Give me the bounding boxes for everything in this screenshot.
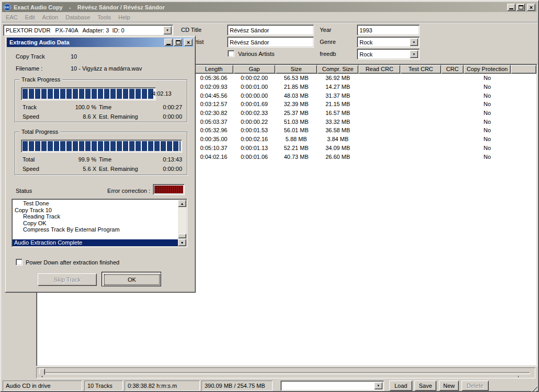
- skip-track-button[interactable]: Skip Track: [38, 273, 97, 286]
- track-cell: 0:00:02.00: [233, 75, 275, 81]
- track-cell: 0:03:12.57: [194, 101, 233, 107]
- track-cell: 34.09 MB: [317, 145, 358, 151]
- menu-item-help[interactable]: Help: [115, 13, 134, 21]
- load-button[interactable]: Load: [389, 381, 412, 391]
- track-est-value: 0:00:00: [151, 113, 182, 120]
- minimize-icon[interactable]: [507, 4, 515, 11]
- column-header-test-crc[interactable]: Test CRC: [400, 65, 441, 74]
- delete-button[interactable]: Delete: [462, 381, 489, 391]
- genre-select[interactable]: Rock ▼: [357, 37, 420, 48]
- save-button[interactable]: Save: [414, 381, 436, 391]
- menu-item-eac[interactable]: EAC: [2, 13, 21, 21]
- dialog-title: Extracting Audio Data: [9, 39, 164, 45]
- scrollbar-thumb[interactable]: [178, 234, 186, 238]
- track-cell: 21.15 MB: [317, 101, 358, 107]
- seek-slider-track[interactable]: [41, 372, 530, 374]
- track-cell: 0:05:36.06: [194, 75, 233, 81]
- dialog-close-icon[interactable]: ×: [184, 39, 193, 46]
- freedb-select[interactable]: Rock ▼: [357, 49, 420, 60]
- column-header-read-crc[interactable]: Read CRC: [358, 65, 400, 74]
- dialog-titlebar[interactable]: Extracting Audio Data ×: [7, 38, 194, 47]
- track-cell: 31.37 MB: [317, 93, 358, 99]
- window-title: Exact Audio Copy - Révész Sándor / Révés…: [14, 4, 507, 10]
- total-progress-legend: Total Progress: [19, 129, 60, 135]
- cd-title-value: Révész Sándor: [230, 27, 269, 33]
- status-log-listbox[interactable]: Test DoneCopy Track 10Reading TrackCopy …: [12, 199, 187, 247]
- various-artists-checkbox[interactable]: [228, 50, 234, 57]
- log-item: Compress Track By External Program: [13, 226, 177, 233]
- track-cell: 0:00:01.06: [233, 154, 275, 160]
- seek-slider[interactable]: [36, 367, 535, 378]
- track-cell: No: [464, 136, 511, 142]
- drive-select[interactable]: PLEXTOR DVDR PX-740A Adapter: 3 ID: 0 ▼: [3, 25, 173, 36]
- scroll-up-icon[interactable]: ▲: [178, 200, 186, 207]
- total-est-value: 0:00:00: [151, 166, 182, 172]
- track-cell: 0:05:03.37: [194, 119, 233, 125]
- menu-item-database[interactable]: Database: [62, 13, 94, 21]
- track-cell: 3.84 MB: [317, 136, 358, 142]
- resize-grip-icon[interactable]: [531, 385, 537, 391]
- app-icon: EAC: [4, 4, 11, 11]
- menu-item-edit[interactable]: Edit: [21, 13, 39, 21]
- close-icon[interactable]: ×: [527, 4, 535, 11]
- track-cell: 26.60 MB: [317, 154, 358, 160]
- track-percent-value: 100.0 %: [52, 104, 96, 110]
- track-est-label: Est. Remaining: [99, 113, 138, 120]
- log-item: Copy OK: [13, 220, 177, 227]
- status-log-items: Test DoneCopy Track 10Reading TrackCopy …: [13, 200, 177, 233]
- cd-title-input[interactable]: Révész Sándor: [227, 25, 314, 36]
- seek-tick: [518, 376, 519, 377]
- year-value: 1993: [360, 27, 372, 33]
- cd-artist-value: Révész Sándor: [230, 39, 269, 45]
- scroll-down-icon[interactable]: ▼: [178, 239, 186, 246]
- log-item: Reading Track: [13, 213, 177, 220]
- cd-artist-input[interactable]: Révész Sándor: [227, 37, 314, 48]
- track-cell: No: [464, 101, 511, 107]
- genre-label: Genre: [320, 39, 336, 45]
- column-header-length[interactable]: Length: [194, 65, 233, 74]
- track-cell: 21.85 MB: [275, 84, 317, 90]
- column-header-crc[interactable]: CRC: [441, 65, 464, 74]
- copy-track-label: Copy Track: [16, 53, 45, 60]
- track-cell: No: [464, 75, 511, 81]
- genre-select-value: Rock: [360, 39, 373, 45]
- status-log-scrollbar[interactable]: ▲ ▼: [178, 200, 186, 246]
- dialog-maximize-icon[interactable]: [174, 39, 182, 46]
- copy-track-value: 10: [71, 53, 77, 60]
- column-header-filler: [511, 65, 536, 74]
- year-input[interactable]: 1993: [357, 25, 420, 36]
- column-header-gap[interactable]: Gap: [233, 65, 275, 74]
- column-header-compr-size[interactable]: Compr. Size: [317, 65, 358, 74]
- track-cell: 0:00:00.00: [233, 93, 275, 99]
- profile-select-arrow-icon[interactable]: ▼: [374, 382, 383, 389]
- track-time-label: Time: [99, 104, 111, 110]
- total-speed-value: 5.6 X: [52, 166, 96, 172]
- new-button[interactable]: New: [439, 381, 459, 391]
- main-titlebar[interactable]: EAC Exact Audio Copy - Révész Sándor / R…: [2, 2, 537, 12]
- statusbar-panel-2: 0:38:38.82 h:m:s.m: [125, 381, 200, 391]
- profile-select[interactable]: ▼: [280, 381, 384, 391]
- track-cell: 5.88 MB: [275, 136, 317, 142]
- maximize-icon[interactable]: [516, 4, 525, 11]
- power-down-label: Power Down after extraction finished: [26, 259, 119, 266]
- freedb-select-arrow-icon[interactable]: ▼: [410, 50, 418, 58]
- drive-select-arrow-icon[interactable]: ▼: [163, 26, 172, 34]
- genre-select-arrow-icon[interactable]: ▼: [410, 38, 418, 46]
- track-progress-bar: [21, 87, 156, 100]
- track-cell: 14.27 MB: [317, 84, 358, 90]
- column-header-size[interactable]: Size: [275, 65, 317, 74]
- track-time-value: 0:00:27: [151, 104, 182, 110]
- cd-title-label: CD Title: [181, 27, 201, 33]
- track-cell: 32.39 MB: [275, 101, 317, 107]
- ok-button[interactable]: OK: [102, 272, 161, 286]
- track-cell: 56.01 MB: [275, 127, 317, 133]
- track-cell: No: [464, 127, 511, 133]
- menu-item-tools[interactable]: Tools: [94, 13, 115, 21]
- track-cell: No: [464, 84, 511, 90]
- error-correction-label: Error correction :: [106, 188, 150, 194]
- power-down-checkbox[interactable]: [16, 259, 23, 266]
- menu-item-action[interactable]: Action: [39, 13, 62, 21]
- dialog-minimize-icon[interactable]: [164, 39, 173, 46]
- track-cell: 0:04:02.16: [194, 154, 233, 160]
- column-header-copy-protection[interactable]: Copy Protection: [464, 65, 511, 74]
